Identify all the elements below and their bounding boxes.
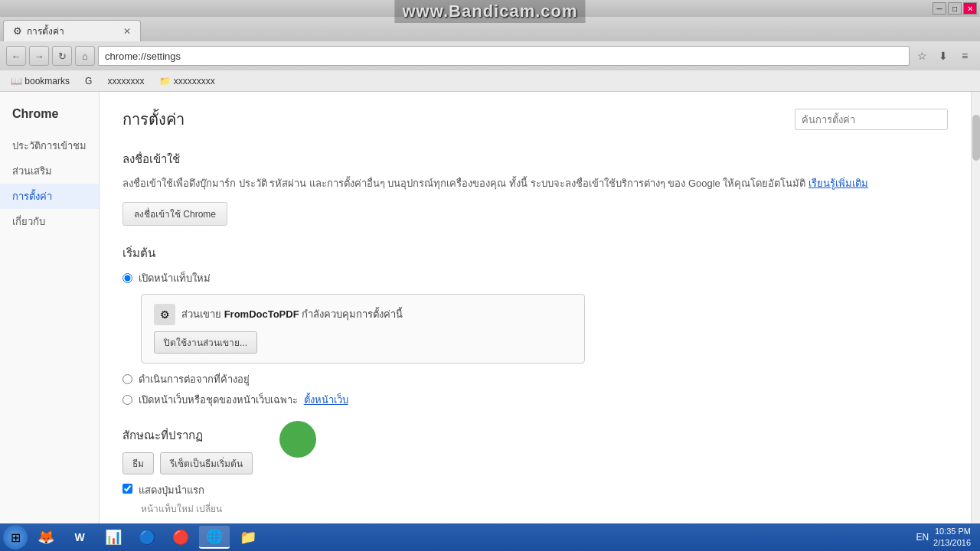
- maximize-button[interactable]: □: [948, 2, 962, 15]
- ext-icon: ⚙: [154, 304, 175, 325]
- star-icon[interactable]: ☆: [913, 47, 931, 65]
- startup-option-continue: ดำเนินการต่อจากที่ค้างอยู่: [122, 371, 948, 387]
- bookmark-item[interactable]: 📖 bookmarks: [6, 74, 74, 88]
- systray: EN: [916, 532, 929, 543]
- signin-chrome-button[interactable]: ลงชื่อเข้าใช้ Chrome: [122, 202, 227, 226]
- bookmark-folder[interactable]: 📁 xxxxxxxxx: [155, 74, 219, 88]
- startup-radio-specific[interactable]: [122, 395, 132, 405]
- page-title: การตั้งค่า: [122, 107, 185, 132]
- taskbar-app-chrome[interactable]: 🌐: [199, 526, 230, 549]
- reset-theme-button[interactable]: รีเซ็ตเป็นธีมเริ่มต้น: [160, 452, 253, 474]
- start-button[interactable]: ⊞: [3, 525, 28, 549]
- appearance-section: สักษณะที่ปรากฏ ธีม รีเซ็ตเป็นธีมเริ่มต้น…: [122, 426, 948, 524]
- sidebar-item-about[interactable]: เกี่ยวกับ: [0, 209, 99, 234]
- taskbar-app-fb[interactable]: 🦊: [31, 526, 61, 549]
- forward-button[interactable]: →: [29, 46, 49, 66]
- taskbar-right: EN 10:35 PM 2/13/2016: [916, 526, 977, 549]
- startup-option-specific: เปิดหน้าเว็บหรือชุดของหน้าเว็บเฉพาะ ตั้ง…: [122, 392, 948, 408]
- tab-settings-label: การตั้งค่า: [27, 24, 64, 38]
- tab-bar: ⚙ การตั้งค่า ✕: [0, 17, 980, 41]
- taskbar: ⊞ 🦊 W 📊 🔵 🔴 🌐 📁 EN 10:35 PM 2/13/2016: [0, 523, 980, 551]
- signin-section: ลงชื่อเข้าใช้ ลงชื่อเข้าใช้เพื่อดึงบุ๊กม…: [122, 150, 948, 226]
- signin-description: ลงชื่อเข้าใช้เพื่อดึงบุ๊กมาร์ก ประวัติ ร…: [122, 176, 948, 191]
- theme-button[interactable]: ธีม: [122, 452, 154, 474]
- scrollbar-thumb[interactable]: [972, 115, 980, 161]
- signin-learn-more-link[interactable]: เรียนรู้เพิ่มเติม: [808, 178, 868, 189]
- ext-disable-button[interactable]: ปิดใช้งานส่วนเขาย...: [154, 331, 257, 354]
- content-header: การตั้งค่า: [122, 107, 948, 132]
- startup-radio-newtab[interactable]: [122, 273, 132, 283]
- tab-settings-icon: ⚙: [13, 25, 22, 37]
- download-icon[interactable]: ⬇: [934, 47, 952, 65]
- startup-specific-link[interactable]: ตั้งหน้าเว็บ: [304, 394, 348, 406]
- title-bar: ─ □ ✕: [0, 0, 980, 17]
- taskbar-app-word[interactable]: W: [64, 526, 95, 549]
- tab-close-icon[interactable]: ✕: [123, 26, 131, 37]
- sidebar: Chrome ประวัติการเข้าชม ส่วนเสริม การตั้…: [0, 92, 100, 523]
- systray-lang: EN: [916, 532, 929, 543]
- minimize-button[interactable]: ─: [933, 2, 946, 15]
- ext-name: ส่วนเขาย FromDocToPDF กำลังควบคุมการตั้ง…: [181, 306, 403, 322]
- taskbar-app-app1[interactable]: 🔴: [165, 526, 196, 549]
- address-input[interactable]: [98, 46, 910, 66]
- ext-header: ⚙ ส่วนเขาย FromDocToPDF กำลังควบคุมการตั…: [154, 304, 572, 325]
- show-home-button-row: แสดงปุ่มนำแรก: [122, 482, 948, 498]
- sidebar-item-extensions[interactable]: ส่วนเสริม: [0, 158, 99, 184]
- sidebar-item-settings[interactable]: การตั้งค่า: [0, 184, 99, 209]
- sidebar-item-history[interactable]: ประวัติการเข้าชม: [0, 133, 99, 158]
- sidebar-title: Chrome: [0, 104, 99, 133]
- clock-date: 2/13/2016: [933, 537, 971, 549]
- clock-time: 10:35 PM: [933, 526, 971, 537]
- reload-button[interactable]: ↻: [52, 46, 72, 66]
- startup-radio-continue[interactable]: [122, 374, 132, 384]
- home-button[interactable]: ⌂: [75, 46, 95, 66]
- close-button[interactable]: ✕: [963, 2, 977, 15]
- show-home-label: แสดงปุ่มนำแรก: [139, 482, 204, 498]
- menu-icon[interactable]: ≡: [956, 47, 974, 65]
- window-controls: ─ □ ✕: [933, 2, 977, 15]
- content-area: การตั้งค่า ลงชื่อเข้าใช้ ลงชื่อเข้าใช้เพ…: [100, 92, 971, 523]
- bookmarks-bar: 📖 bookmarks G xxxxxxxx 📁 xxxxxxxxx: [0, 70, 980, 92]
- bookmark-3[interactable]: xxxxxxxx: [103, 74, 149, 88]
- appearance-title: สักษณะที่ปรากฏ: [122, 426, 948, 445]
- taskbar-app-files[interactable]: 📁: [233, 526, 263, 549]
- appearance-theme-row: ธีม รีเซ็ตเป็นธีมเริ่มต้น: [122, 452, 948, 474]
- taskbar-app-ie[interactable]: 🔵: [132, 526, 162, 549]
- startup-section: เริ่มต้น เปิดหน้าแท็บใหม่ ⚙ ส่วนเขาย Fro…: [122, 244, 948, 408]
- address-bar: ← → ↻ ⌂ ☆ ⬇ ≡: [0, 41, 980, 70]
- startup-label-newtab: เปิดหน้าแท็บใหม่: [139, 270, 211, 286]
- settings-search-input[interactable]: [795, 109, 948, 130]
- taskbar-app-excel[interactable]: 📊: [98, 526, 129, 549]
- extension-box: ⚙ ส่วนเขาย FromDocToPDF กำลังควบคุมการตั…: [141, 294, 585, 364]
- bookmark-google[interactable]: G: [80, 74, 96, 88]
- taskbar-clock: 10:35 PM 2/13/2016: [933, 526, 971, 549]
- home-button-sub: หน้าแท็บใหม่ เปลี่ยน: [141, 501, 948, 516]
- settings-tab[interactable]: ⚙ การตั้งค่า ✕: [3, 20, 141, 41]
- scrollbar[interactable]: [971, 92, 980, 523]
- signin-title: ลงชื่อเข้าใช้: [122, 150, 948, 168]
- startup-title: เริ่มต้น: [122, 244, 948, 262]
- show-home-checkbox[interactable]: [122, 484, 132, 494]
- startup-option-newtab: เปิดหน้าแท็บใหม่: [122, 270, 948, 286]
- address-right-icons: ☆ ⬇ ≡: [913, 47, 974, 65]
- back-button[interactable]: ←: [6, 46, 26, 66]
- startup-label-continue: ดำเนินการต่อจากที่ค้างอยู่: [139, 371, 250, 387]
- startup-label-specific: เปิดหน้าเว็บหรือชุดของหน้าเว็บเฉพาะ ตั้ง…: [139, 392, 348, 408]
